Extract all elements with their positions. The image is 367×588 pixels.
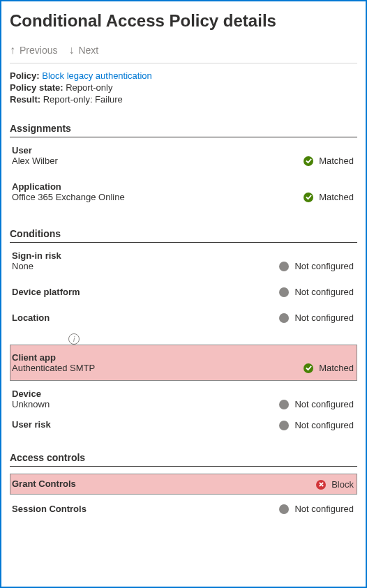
block-icon — [316, 480, 326, 490]
dot-icon — [279, 504, 289, 514]
row-user: User Alex Wilber Matched — [10, 137, 357, 174]
previous-label: Previous — [20, 45, 57, 56]
dot-icon — [279, 287, 289, 297]
signin-risk-status: Not configured — [279, 261, 354, 271]
result-value: Report-only: Failure — [43, 94, 123, 105]
policy-state-value: Report-only — [66, 82, 112, 93]
row-signin-risk: Sign-in risk None Not configured — [10, 243, 357, 279]
row-session-controls: Session Controls Not configured — [10, 495, 357, 516]
arrow-up-icon: ↑ — [10, 45, 15, 56]
policy-line: Policy: Block legacy authentication — [10, 70, 357, 81]
policy-link[interactable]: Block legacy authentication — [42, 70, 152, 81]
next-button[interactable]: ↓ Next — [68, 45, 98, 56]
grant-controls-status: Block — [316, 479, 354, 490]
row-device-platform: Device platform Not configured — [10, 279, 357, 305]
row-client-app: Client app Authenticated SMTP Matched — [10, 345, 357, 381]
status-text: Not configured — [294, 399, 354, 409]
user-label: User — [12, 145, 352, 156]
status-text: Not configured — [294, 420, 354, 430]
location-status: Not configured — [279, 312, 354, 323]
client-app-value: Authenticated SMTP — [12, 363, 352, 373]
dot-icon — [279, 421, 289, 430]
status-text: Not configured — [294, 312, 354, 323]
dot-icon — [279, 400, 289, 409]
arrow-down-icon: ↓ — [68, 45, 74, 56]
dot-icon — [279, 262, 289, 271]
policy-state-label: Policy state: — [10, 82, 63, 93]
policy-label: Policy: — [10, 70, 40, 81]
check-icon — [304, 156, 313, 166]
device-status: Not configured — [279, 399, 354, 409]
client-app-status: Matched — [304, 363, 354, 373]
status-text: Block — [331, 479, 354, 490]
check-icon — [304, 193, 313, 202]
user-status: Matched — [304, 156, 354, 166]
status-text: Matched — [319, 192, 354, 202]
dot-icon — [279, 313, 289, 323]
row-grant-controls: Grant Controls Block — [10, 474, 357, 495]
divider — [10, 63, 357, 63]
status-text: Not configured — [294, 504, 354, 514]
next-label: Next — [78, 45, 98, 56]
status-text: Not configured — [294, 287, 354, 297]
row-location: Location Not configured — [10, 305, 357, 331]
result-line: Result: Report-only: Failure — [10, 94, 357, 105]
device-label: Device — [12, 389, 352, 399]
signin-risk-label: Sign-in risk — [12, 250, 352, 261]
info-icon[interactable]: i — [68, 333, 80, 345]
check-icon — [304, 363, 313, 373]
client-app-label: Client app — [12, 352, 352, 363]
user-risk-status: Not configured — [279, 420, 354, 430]
session-controls-status: Not configured — [279, 504, 354, 514]
user-value: Alex Wilber — [12, 156, 352, 166]
row-device: Device Unknown Not configured — [10, 381, 357, 417]
nav-row: ↑ Previous ↓ Next — [10, 45, 357, 56]
device-platform-status: Not configured — [279, 287, 354, 297]
section-conditions: Conditions — [10, 228, 357, 243]
result-label: Result: — [10, 94, 40, 105]
status-text: Not configured — [294, 261, 354, 271]
page-title: Conditional Access Policy details — [10, 11, 357, 31]
app-label: Application — [12, 181, 352, 192]
status-text: Matched — [319, 363, 354, 373]
policy-state-line: Policy state: Report-only — [10, 82, 357, 93]
row-user-risk: User risk Not configured — [10, 417, 357, 434]
grant-controls-label: Grant Controls — [12, 478, 352, 489]
section-access-controls: Access controls — [10, 452, 357, 467]
app-status: Matched — [304, 192, 354, 202]
section-assignments: Assignments — [10, 123, 357, 137]
app-value: Office 365 Exchange Online — [12, 192, 352, 202]
row-application: Application Office 365 Exchange Online M… — [10, 174, 357, 210]
info-row: i — [10, 331, 357, 345]
status-text: Matched — [319, 156, 354, 166]
previous-button[interactable]: ↑ Previous — [10, 45, 57, 56]
